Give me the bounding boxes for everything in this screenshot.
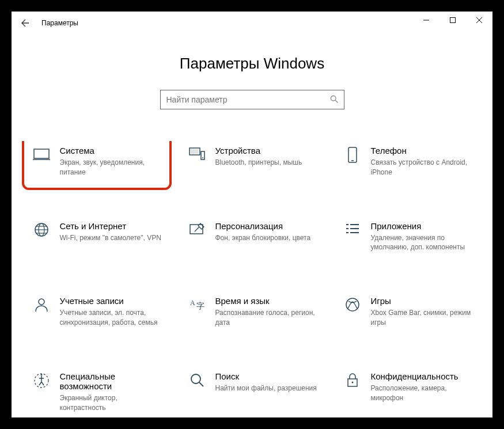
devices-icon: [187, 147, 207, 161]
category-system[interactable]: Система Экран, звук, уведомления, питани…: [28, 141, 166, 182]
svg-point-11: [202, 157, 203, 158]
minimize-icon: [423, 17, 429, 23]
language-icon: A字: [187, 297, 207, 311]
category-privacy[interactable]: Конфиденциальность Расположение, камера,…: [339, 367, 477, 417]
tile-desc: Учетные записи, эл. почта, синхронизация…: [60, 308, 162, 328]
tile-desc: Связать устройство с Android, iPhone: [371, 158, 473, 177]
svg-line-20: [195, 227, 199, 231]
svg-point-33: [191, 374, 200, 384]
tile-title: Приложения: [371, 221, 473, 231]
person-icon: [31, 297, 52, 312]
window-controls: [413, 12, 492, 29]
tile-title: Конфиденциальность: [371, 371, 473, 381]
svg-line-34: [199, 382, 203, 386]
svg-rect-9: [191, 149, 199, 154]
tile-desc: Xbox Game Bar, снимки, режим игры: [371, 308, 473, 328]
magnify-icon: [187, 373, 207, 388]
tile-title: Сеть и Интернет: [60, 221, 161, 231]
close-button[interactable]: [466, 12, 492, 29]
search-box[interactable]: [160, 90, 344, 109]
search-input[interactable]: [166, 95, 330, 104]
back-button[interactable]: [12, 12, 39, 35]
tile-desc: Найти мои файлы, разрешения: [215, 384, 317, 393]
svg-point-27: [39, 299, 44, 305]
category-phone[interactable]: Телефон Связать устройство с Android, iP…: [339, 141, 477, 182]
apps-icon: [342, 222, 363, 235]
category-apps[interactable]: Приложения Удаление, значения по умолчан…: [339, 217, 477, 257]
category-search[interactable]: Поиск Найти мои файлы, разрешения: [183, 367, 321, 417]
tile-desc: Bluetooth, принтеры, мышь: [215, 158, 302, 168]
svg-rect-19: [190, 225, 203, 234]
svg-point-30: [346, 298, 359, 311]
scroll-area[interactable]: Система Экран, звук, уведомления, питани…: [12, 141, 492, 429]
search-icon: [330, 95, 338, 105]
tile-title: Поиск: [215, 371, 317, 381]
tile-title: Специальные возможности: [60, 371, 162, 391]
tile-desc: Экран, звук, уведомления, питание: [60, 158, 162, 177]
category-grid: Система Экран, звук, уведомления, питани…: [12, 141, 492, 429]
svg-text:字: 字: [196, 301, 204, 310]
category-personalization[interactable]: Персонализация Фон, экран блокировки, цв…: [183, 217, 321, 257]
tile-desc: Удаление, значения по умолчанию, доп. ко…: [371, 233, 473, 253]
tile-title: Игры: [371, 296, 473, 306]
tile-desc: Распознавание голоса, регион, дата: [215, 308, 318, 328]
svg-rect-6: [34, 149, 49, 158]
minimize-button[interactable]: [413, 12, 439, 29]
phone-icon: [342, 147, 363, 163]
accessibility-icon: [31, 373, 52, 389]
tile-desc: Расположение, камера, микрофон: [371, 384, 473, 403]
svg-text:A: A: [190, 299, 195, 307]
svg-point-4: [331, 96, 336, 101]
svg-rect-1: [450, 18, 456, 23]
tile-title: Устройства: [215, 146, 302, 155]
page-title: Параметры Windows: [180, 55, 324, 73]
titlebar: Параметры: [12, 12, 492, 35]
svg-point-32: [40, 374, 42, 375]
window-title: Параметры: [41, 19, 78, 27]
tile-title: Система: [60, 146, 162, 155]
close-icon: [476, 17, 482, 23]
category-accessibility[interactable]: Специальные возможности Экранный диктор,…: [28, 367, 166, 417]
xbox-icon: [342, 297, 363, 312]
paint-icon: [187, 222, 207, 237]
tile-desc: Экранный диктор, контрастность: [60, 393, 162, 413]
svg-rect-12: [348, 147, 357, 162]
maximize-icon: [450, 17, 456, 23]
tile-desc: Фон, экран блокировки, цвета: [215, 233, 311, 243]
category-devices[interactable]: Устройства Bluetooth, принтеры, мышь: [183, 141, 321, 182]
content-area: Параметры Windows Система Экран, звук, у…: [12, 35, 492, 429]
globe-icon: [31, 222, 52, 237]
category-time-language[interactable]: A字 Время и язык Распознавание голоса, ре…: [183, 291, 321, 332]
maximize-button[interactable]: [439, 12, 466, 29]
svg-line-5: [335, 100, 338, 102]
arrow-left-icon: [21, 18, 30, 28]
tile-title: Время и язык: [215, 296, 318, 306]
tile-desc: Wi-Fi, режим "в самолете", VPN: [60, 233, 161, 243]
category-accounts[interactable]: Учетные записи Учетные записи, эл. почта…: [28, 291, 166, 332]
tile-title: Учетные записи: [60, 296, 162, 306]
category-network[interactable]: Сеть и Интернет Wi-Fi, режим "в самолете…: [28, 217, 166, 257]
tile-title: Телефон: [371, 146, 473, 155]
category-gaming[interactable]: Игры Xbox Game Bar, снимки, режим игры: [339, 291, 477, 332]
system-icon: [31, 147, 52, 161]
settings-window: Параметры Параметры Windows: [12, 12, 492, 417]
svg-point-36: [351, 381, 353, 383]
lock-icon: [342, 373, 363, 388]
tile-title: Персонализация: [215, 221, 311, 231]
